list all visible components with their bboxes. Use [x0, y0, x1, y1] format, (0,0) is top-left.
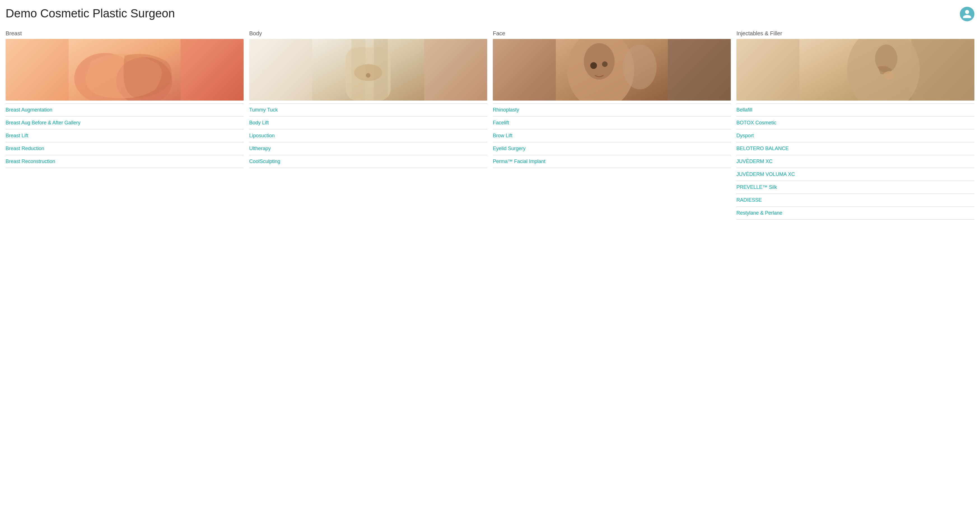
- menu-item-restylane---perlane[interactable]: Restylane & Perlane: [737, 207, 974, 220]
- menu-item-juv-derm-xc[interactable]: JUVÉDERM XC: [737, 155, 974, 168]
- category-image-injectables: [737, 39, 974, 101]
- svg-point-12: [590, 62, 597, 69]
- page-header: Demo Cosmetic Plastic Surgeon: [6, 7, 974, 21]
- menu-item-brow-lift[interactable]: Brow Lift: [493, 129, 731, 142]
- menu-item-liposuction[interactable]: Liposuction: [249, 129, 487, 142]
- category-image-breast: [6, 39, 243, 101]
- svg-point-14: [623, 45, 657, 89]
- category-label-face: Face: [493, 30, 731, 37]
- user-icon: [962, 9, 972, 19]
- svg-point-18: [883, 71, 895, 80]
- category-label-body: Body: [249, 30, 487, 37]
- menu-item-perma--facial-implant[interactable]: Perma™ Facial Implant: [493, 155, 731, 168]
- svg-point-11: [584, 43, 615, 80]
- category-image-body: [249, 39, 487, 101]
- menu-item-facelift[interactable]: Facelift: [493, 116, 731, 129]
- menu-item-ultherapy[interactable]: Ultherapy: [249, 142, 487, 155]
- category-face: Face RhinoplastyFaceliftBrow LiftEyelid …: [493, 30, 731, 220]
- menu-item-breast-augmentation[interactable]: Breast Augmentation: [6, 104, 243, 116]
- category-label-breast: Breast: [6, 30, 243, 37]
- menu-item-prevelle--silk[interactable]: PREVELLE™ Silk: [737, 181, 974, 194]
- user-avatar[interactable]: [960, 7, 974, 21]
- category-label-injectables: Injectables & Filler: [737, 30, 974, 37]
- menu-item-rhinoplasty[interactable]: Rhinoplasty: [493, 104, 731, 116]
- menu-item-botox-cosmetic[interactable]: BOTOX Cosmetic: [737, 116, 974, 129]
- menu-item-dysport[interactable]: Dysport: [737, 129, 974, 142]
- menu-item-breast-lift[interactable]: Breast Lift: [6, 129, 243, 142]
- category-body: Body Tummy TuckBody LiftLiposuctionUlthe…: [249, 30, 487, 220]
- menu-item-radiesse[interactable]: RADIESSE: [737, 194, 974, 207]
- menu-item-body-lift[interactable]: Body Lift: [249, 116, 487, 129]
- menu-item-belotero-balance[interactable]: BELOTERO BALANCE: [737, 142, 974, 155]
- svg-rect-7: [374, 39, 388, 101]
- menu-item-eyelid-surgery[interactable]: Eyelid Surgery: [493, 142, 731, 155]
- category-injectables: Injectables & Filler BellafillBOTOX Cosm…: [737, 30, 974, 220]
- page-title: Demo Cosmetic Plastic Surgeon: [6, 7, 175, 20]
- svg-rect-6: [352, 39, 365, 101]
- menu-item-bellafill[interactable]: Bellafill: [737, 104, 974, 116]
- menu-item-tummy-tuck[interactable]: Tummy Tuck: [249, 104, 487, 116]
- svg-point-8: [366, 73, 371, 78]
- category-breast: Breast Breast AugmentationBreast Aug Bef…: [6, 30, 243, 220]
- category-image-face: [493, 39, 731, 101]
- categories-grid: Breast Breast AugmentationBreast Aug Bef…: [6, 30, 974, 220]
- menu-item-breast-aug-before---after-gallery[interactable]: Breast Aug Before & After Gallery: [6, 116, 243, 129]
- menu-item-breast-reconstruction[interactable]: Breast Reconstruction: [6, 155, 243, 168]
- svg-point-13: [602, 61, 608, 67]
- menu-item-breast-reduction[interactable]: Breast Reduction: [6, 142, 243, 155]
- menu-item-juv-derm-voluma-xc[interactable]: JUVÉDERM VOLUMA XC: [737, 168, 974, 181]
- menu-item-coolsculpting[interactable]: CoolSculpting: [249, 155, 487, 168]
